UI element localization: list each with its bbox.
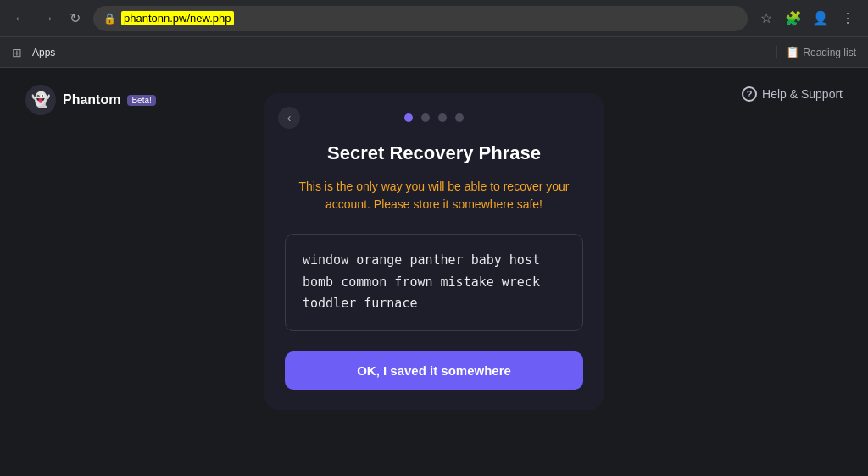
- browser-actions: ☆ 🧩 👤 ⋮: [754, 7, 860, 30]
- help-support-button[interactable]: ? Help & Support: [742, 86, 843, 102]
- recovery-phrase-card: ‹ Secret Recovery Phrase This is the onl…: [264, 93, 604, 410]
- forward-button[interactable]: →: [36, 7, 59, 30]
- pagination: ‹: [285, 113, 583, 122]
- phantom-avatar: 👻: [25, 85, 56, 115]
- apps-grid-icon: ⊞: [12, 46, 22, 59]
- pagination-dot-3: [438, 113, 447, 122]
- reload-button[interactable]: ↻: [63, 7, 86, 30]
- pagination-dot-2: [421, 113, 430, 122]
- pagination-dot-4: [455, 113, 464, 122]
- browser-bar: ← → ↻ 🔒 phantonn.pw/new.php ☆ 🧩 👤 ⋮: [0, 0, 868, 37]
- reading-list-label[interactable]: Reading list: [803, 47, 856, 58]
- help-icon: ?: [742, 86, 757, 102]
- seed-words: window orange panther baby host bomb com…: [303, 250, 565, 315]
- extensions-button[interactable]: 🧩: [782, 7, 805, 30]
- profile-button[interactable]: 👤: [809, 7, 832, 30]
- phantom-logo: 👻 Phantom Beta!: [25, 85, 156, 115]
- back-button[interactable]: ←: [8, 7, 32, 30]
- help-support-label: Help & Support: [762, 87, 843, 101]
- nav-buttons: ← → ↻: [8, 7, 86, 30]
- phantom-name: Phantom: [63, 92, 120, 108]
- apps-bookmark[interactable]: Apps: [25, 43, 62, 62]
- menu-button[interactable]: ⋮: [836, 7, 860, 30]
- pagination-dot-1: [404, 113, 413, 122]
- ok-saved-button[interactable]: OK, I saved it somewhere: [285, 351, 583, 390]
- seed-phrase-box: window orange panther baby host bomb com…: [285, 234, 583, 331]
- back-arrow-button[interactable]: ‹: [278, 107, 300, 129]
- card-title: Secret Recovery Phrase: [327, 142, 541, 164]
- warning-text: This is the only way you will be able to…: [285, 178, 583, 213]
- star-button[interactable]: ☆: [754, 7, 778, 30]
- address-bar[interactable]: 🔒 phantonn.pw/new.php: [93, 6, 748, 31]
- url-text: phantonn.pw/new.php: [121, 11, 234, 25]
- page-content: 👻 Phantom Beta! ? Help & Support ‹ Secre…: [0, 68, 868, 476]
- phantom-badge: Beta!: [127, 95, 155, 106]
- bookmarks-bar: ⊞ Apps 📋 Reading list: [0, 37, 868, 68]
- reading-list-icon: 📋: [786, 46, 799, 58]
- lock-icon: 🔒: [103, 13, 116, 25]
